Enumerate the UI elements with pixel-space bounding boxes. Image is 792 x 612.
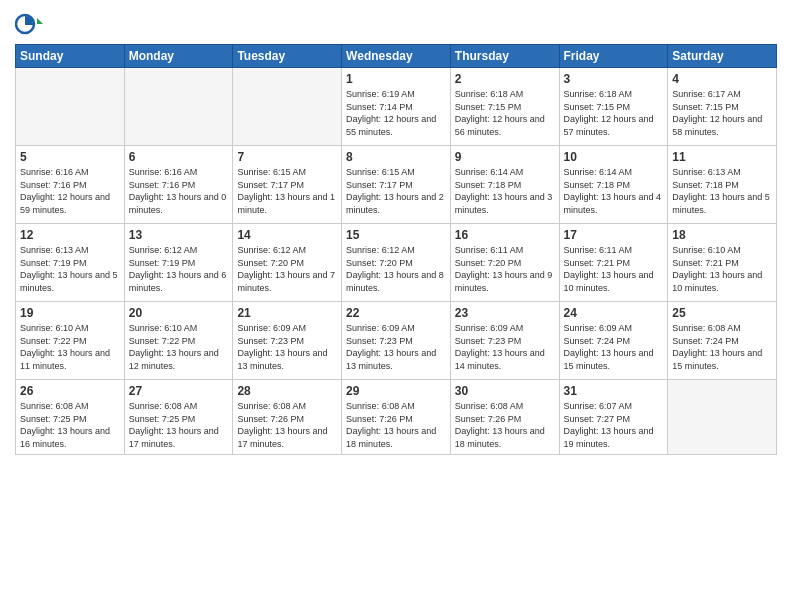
cell-info: Sunrise: 6:17 AMSunset: 7:15 PMDaylight:… [672,88,772,138]
day-number: 3 [564,71,664,87]
day-number: 6 [129,149,229,165]
cell-info: Sunrise: 6:18 AMSunset: 7:15 PMDaylight:… [564,88,664,138]
cell-info: Sunrise: 6:16 AMSunset: 7:16 PMDaylight:… [129,166,229,216]
cell-info: Sunrise: 6:12 AMSunset: 7:19 PMDaylight:… [129,244,229,294]
weekday-tuesday: Tuesday [233,45,342,68]
day-cell: 26Sunrise: 6:08 AMSunset: 7:25 PMDayligh… [16,380,125,455]
cell-info: Sunrise: 6:09 AMSunset: 7:24 PMDaylight:… [564,322,664,372]
day-number: 27 [129,383,229,399]
day-cell: 17Sunrise: 6:11 AMSunset: 7:21 PMDayligh… [559,224,668,302]
calendar-table: SundayMondayTuesdayWednesdayThursdayFrid… [15,44,777,455]
svg-marker-1 [37,18,43,24]
day-cell: 15Sunrise: 6:12 AMSunset: 7:20 PMDayligh… [342,224,451,302]
day-number: 21 [237,305,337,321]
day-cell: 7Sunrise: 6:15 AMSunset: 7:17 PMDaylight… [233,146,342,224]
week-row-1: 1Sunrise: 6:19 AMSunset: 7:14 PMDaylight… [16,68,777,146]
day-number: 28 [237,383,337,399]
logo [15,10,45,38]
cell-info: Sunrise: 6:14 AMSunset: 7:18 PMDaylight:… [455,166,555,216]
day-number: 26 [20,383,120,399]
day-number: 24 [564,305,664,321]
day-number: 5 [20,149,120,165]
weekday-thursday: Thursday [450,45,559,68]
cell-info: Sunrise: 6:09 AMSunset: 7:23 PMDaylight:… [346,322,446,372]
cell-info: Sunrise: 6:16 AMSunset: 7:16 PMDaylight:… [20,166,120,216]
cell-info: Sunrise: 6:09 AMSunset: 7:23 PMDaylight:… [455,322,555,372]
cell-info: Sunrise: 6:18 AMSunset: 7:15 PMDaylight:… [455,88,555,138]
cell-info: Sunrise: 6:14 AMSunset: 7:18 PMDaylight:… [564,166,664,216]
cell-info: Sunrise: 6:19 AMSunset: 7:14 PMDaylight:… [346,88,446,138]
weekday-monday: Monday [124,45,233,68]
day-number: 7 [237,149,337,165]
day-cell [16,68,125,146]
day-cell: 25Sunrise: 6:08 AMSunset: 7:24 PMDayligh… [668,302,777,380]
weekday-header-row: SundayMondayTuesdayWednesdayThursdayFrid… [16,45,777,68]
day-cell [233,68,342,146]
cell-info: Sunrise: 6:15 AMSunset: 7:17 PMDaylight:… [346,166,446,216]
day-cell: 8Sunrise: 6:15 AMSunset: 7:17 PMDaylight… [342,146,451,224]
cell-info: Sunrise: 6:11 AMSunset: 7:21 PMDaylight:… [564,244,664,294]
day-cell: 10Sunrise: 6:14 AMSunset: 7:18 PMDayligh… [559,146,668,224]
week-row-5: 26Sunrise: 6:08 AMSunset: 7:25 PMDayligh… [16,380,777,455]
day-number: 10 [564,149,664,165]
cell-info: Sunrise: 6:12 AMSunset: 7:20 PMDaylight:… [346,244,446,294]
week-row-3: 12Sunrise: 6:13 AMSunset: 7:19 PMDayligh… [16,224,777,302]
day-cell: 13Sunrise: 6:12 AMSunset: 7:19 PMDayligh… [124,224,233,302]
day-cell: 5Sunrise: 6:16 AMSunset: 7:16 PMDaylight… [16,146,125,224]
day-cell [668,380,777,455]
cell-info: Sunrise: 6:08 AMSunset: 7:24 PMDaylight:… [672,322,772,372]
cell-info: Sunrise: 6:07 AMSunset: 7:27 PMDaylight:… [564,400,664,450]
cell-info: Sunrise: 6:09 AMSunset: 7:23 PMDaylight:… [237,322,337,372]
day-number: 4 [672,71,772,87]
day-number: 14 [237,227,337,243]
day-number: 22 [346,305,446,321]
day-cell: 3Sunrise: 6:18 AMSunset: 7:15 PMDaylight… [559,68,668,146]
day-number: 8 [346,149,446,165]
day-number: 25 [672,305,772,321]
weekday-wednesday: Wednesday [342,45,451,68]
cell-info: Sunrise: 6:11 AMSunset: 7:20 PMDaylight:… [455,244,555,294]
day-cell: 1Sunrise: 6:19 AMSunset: 7:14 PMDaylight… [342,68,451,146]
day-number: 30 [455,383,555,399]
cell-info: Sunrise: 6:15 AMSunset: 7:17 PMDaylight:… [237,166,337,216]
cell-info: Sunrise: 6:10 AMSunset: 7:22 PMDaylight:… [129,322,229,372]
day-number: 19 [20,305,120,321]
day-cell: 21Sunrise: 6:09 AMSunset: 7:23 PMDayligh… [233,302,342,380]
header [15,10,777,38]
week-row-4: 19Sunrise: 6:10 AMSunset: 7:22 PMDayligh… [16,302,777,380]
day-cell: 19Sunrise: 6:10 AMSunset: 7:22 PMDayligh… [16,302,125,380]
day-number: 16 [455,227,555,243]
day-cell: 9Sunrise: 6:14 AMSunset: 7:18 PMDaylight… [450,146,559,224]
day-cell: 4Sunrise: 6:17 AMSunset: 7:15 PMDaylight… [668,68,777,146]
logo-icon [15,10,43,38]
cell-info: Sunrise: 6:12 AMSunset: 7:20 PMDaylight:… [237,244,337,294]
day-cell: 18Sunrise: 6:10 AMSunset: 7:21 PMDayligh… [668,224,777,302]
day-cell: 27Sunrise: 6:08 AMSunset: 7:25 PMDayligh… [124,380,233,455]
day-number: 11 [672,149,772,165]
day-cell: 2Sunrise: 6:18 AMSunset: 7:15 PMDaylight… [450,68,559,146]
day-cell: 14Sunrise: 6:12 AMSunset: 7:20 PMDayligh… [233,224,342,302]
day-number: 20 [129,305,229,321]
weekday-friday: Friday [559,45,668,68]
cell-info: Sunrise: 6:10 AMSunset: 7:21 PMDaylight:… [672,244,772,294]
week-row-2: 5Sunrise: 6:16 AMSunset: 7:16 PMDaylight… [16,146,777,224]
cell-info: Sunrise: 6:08 AMSunset: 7:25 PMDaylight:… [129,400,229,450]
cell-info: Sunrise: 6:08 AMSunset: 7:25 PMDaylight:… [20,400,120,450]
cell-info: Sunrise: 6:08 AMSunset: 7:26 PMDaylight:… [455,400,555,450]
day-cell: 29Sunrise: 6:08 AMSunset: 7:26 PMDayligh… [342,380,451,455]
day-cell: 24Sunrise: 6:09 AMSunset: 7:24 PMDayligh… [559,302,668,380]
day-number: 2 [455,71,555,87]
day-number: 1 [346,71,446,87]
day-cell [124,68,233,146]
day-cell: 22Sunrise: 6:09 AMSunset: 7:23 PMDayligh… [342,302,451,380]
day-cell: 28Sunrise: 6:08 AMSunset: 7:26 PMDayligh… [233,380,342,455]
calendar-page: SundayMondayTuesdayWednesdayThursdayFrid… [0,0,792,612]
cell-info: Sunrise: 6:13 AMSunset: 7:18 PMDaylight:… [672,166,772,216]
day-number: 17 [564,227,664,243]
day-number: 9 [455,149,555,165]
day-number: 15 [346,227,446,243]
cell-info: Sunrise: 6:13 AMSunset: 7:19 PMDaylight:… [20,244,120,294]
day-number: 31 [564,383,664,399]
day-number: 23 [455,305,555,321]
cell-info: Sunrise: 6:08 AMSunset: 7:26 PMDaylight:… [237,400,337,450]
